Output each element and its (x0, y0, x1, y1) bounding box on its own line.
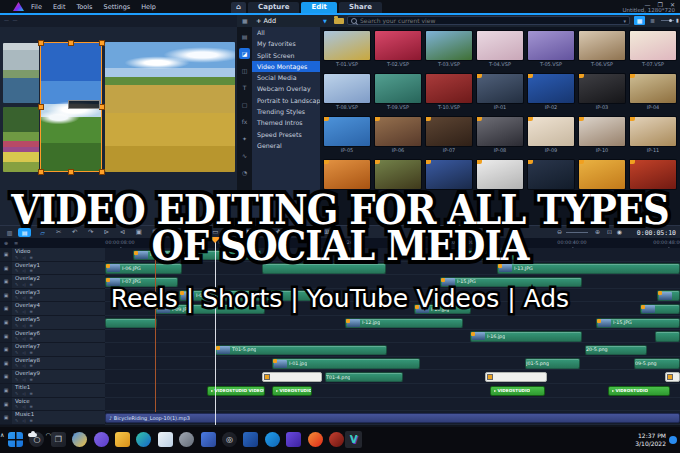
camera-icon[interactable]: ▣ (0, 330, 12, 343)
menu-file[interactable]: File (31, 3, 42, 11)
category-webcam-overlay[interactable]: Webcam Overlay (252, 83, 320, 94)
onedrive-icon[interactable] (28, 433, 37, 437)
path-icon[interactable]: ∿ (239, 150, 250, 161)
template-thumb[interactable] (426, 117, 472, 146)
track-mute-icon[interactable]: ◁ (22, 309, 25, 314)
track-track-menu-icon[interactable]: ≡ (29, 363, 32, 368)
word-button[interactable] (243, 432, 258, 447)
clip-white[interactable] (485, 372, 547, 383)
track-track-menu-icon[interactable]: ≡ (29, 268, 32, 273)
clip-media[interactable] (262, 263, 386, 274)
clip-media[interactable]: I-15.JPG (596, 318, 680, 329)
track-track-menu-icon[interactable]: ≡ (29, 295, 32, 300)
template-thumb[interactable] (528, 117, 574, 146)
camera-icon[interactable]: ▣ (0, 316, 12, 329)
tab-edit[interactable]: Edit (301, 2, 337, 13)
track-lane[interactable] (105, 275, 680, 289)
search-box[interactable]: ▾ (347, 16, 630, 25)
track-edit-icon[interactable]: ✎ (15, 295, 18, 300)
preview-clip-field[interactable] (3, 107, 39, 172)
camera-icon[interactable]: ▣ (0, 398, 12, 411)
photos-button[interactable] (201, 432, 216, 447)
template-thumb[interactable] (630, 74, 676, 103)
task-view-button[interactable]: ❐ (51, 432, 66, 447)
track-mute-icon[interactable]: ◁ (22, 336, 25, 341)
template-thumb[interactable] (579, 160, 625, 189)
track-mute-icon[interactable]: ◁ (22, 391, 25, 396)
track-track-menu-icon[interactable]: ≡ (29, 418, 32, 423)
category-themed-intros[interactable]: Themed Intros (252, 117, 320, 128)
zoom-in-icon[interactable]: ⊕ (595, 228, 600, 235)
template-thumb[interactable] (630, 160, 676, 189)
track-edit-icon[interactable]: ✎ (15, 377, 18, 382)
track-edit-icon[interactable]: ✎ (15, 336, 18, 341)
red-app-button[interactable] (329, 432, 344, 447)
category-general[interactable]: General (252, 140, 320, 151)
chat-button[interactable] (94, 432, 109, 447)
track-track-menu-icon[interactable]: ≡ (29, 404, 32, 409)
template-thumb[interactable] (324, 31, 370, 60)
template-thumb[interactable] (426, 31, 472, 60)
track-mute-icon[interactable]: ◁ (22, 350, 25, 355)
motion-track-icon[interactable]: ⌖ (198, 228, 202, 237)
template-thumb[interactable] (324, 117, 370, 146)
clip-media[interactable]: T01-5.png (215, 345, 387, 356)
template-thumb[interactable] (630, 31, 676, 60)
track-edit-icon[interactable]: ✎ (15, 323, 18, 328)
clip-media[interactable]: T01-4.png (325, 372, 403, 383)
batch-convert-icon[interactable]: ⧉ (152, 228, 157, 237)
category-video-montages[interactable]: Video Montages (252, 61, 320, 72)
template-thumb[interactable] (579, 74, 625, 103)
transition-icon[interactable]: ◫ (239, 65, 250, 76)
fit-project-icon[interactable]: ⊡ (607, 228, 612, 235)
category-my-favorites[interactable]: My favorites (252, 38, 320, 49)
clip-media[interactable]: I-13.JPG (497, 263, 680, 274)
library-panel-button[interactable]: ▱ (36, 228, 49, 237)
track-edit-icon[interactable]: ✎ (15, 309, 18, 314)
clip-media[interactable] (657, 290, 680, 301)
graphic-icon[interactable]: ▢ (239, 99, 250, 110)
track-mute-icon[interactable]: ◁ (22, 282, 25, 287)
preview-clip-village[interactable] (3, 43, 39, 103)
tab-capture[interactable]: Capture (248, 2, 299, 13)
clip-media[interactable] (655, 331, 680, 342)
clip-media[interactable]: 20-5.png (585, 345, 647, 356)
template-thumb[interactable] (375, 31, 421, 60)
template-thumb[interactable] (375, 160, 421, 189)
speed-icon[interactable]: ◔ (239, 167, 250, 178)
camera-icon[interactable]: ▣ (0, 357, 12, 370)
template-thumb[interactable] (477, 160, 523, 189)
clip-title[interactable]: ▸ VIDEOSTUDIO (272, 386, 312, 397)
track-edit-icon[interactable]: ✎ (15, 418, 18, 423)
firefox-button[interactable] (308, 432, 323, 447)
playhead-line[interactable] (215, 238, 216, 425)
selection-handle[interactable] (38, 40, 44, 46)
clip-media[interactable]: I-12.jpg (345, 318, 463, 329)
media-icon[interactable]: ▤ (239, 31, 250, 42)
track-mute-icon[interactable]: ◁ (22, 377, 25, 382)
clip-title[interactable]: ▸ VIDEOSTUDIO (608, 386, 670, 397)
zoom-slider-knob[interactable] (669, 19, 672, 22)
undo-icon[interactable]: ↶ (72, 228, 77, 237)
template-thumb[interactable] (528, 160, 574, 189)
split-clip-icon[interactable]: ✂ (56, 228, 61, 237)
clip-media[interactable]: I-06.JPG (105, 263, 182, 274)
track-track-menu-icon[interactable]: ≡ (29, 309, 32, 314)
track-mute-icon[interactable]: ◁ (22, 363, 25, 368)
camera-icon[interactable]: ▣ (0, 248, 12, 261)
clip-media[interactable] (105, 318, 157, 329)
notification-badge[interactable] (669, 436, 677, 444)
store-button[interactable] (158, 432, 173, 447)
track-mute-icon[interactable]: ◁ (22, 323, 25, 328)
track-edit-icon[interactable]: ✎ (15, 363, 18, 368)
template-thumb[interactable] (426, 160, 472, 189)
template-thumb[interactable] (477, 117, 523, 146)
map-pin-button[interactable] (265, 432, 280, 447)
purple-app-button[interactable] (286, 432, 301, 447)
selection-handle[interactable] (99, 169, 105, 175)
track-edit-icon[interactable]: ✎ (15, 282, 18, 287)
camera-icon[interactable]: ▣ (0, 411, 12, 424)
template-icon[interactable]: ◪ (239, 48, 250, 59)
import-folder-icon[interactable] (334, 18, 344, 24)
selection-handle[interactable] (38, 169, 44, 175)
